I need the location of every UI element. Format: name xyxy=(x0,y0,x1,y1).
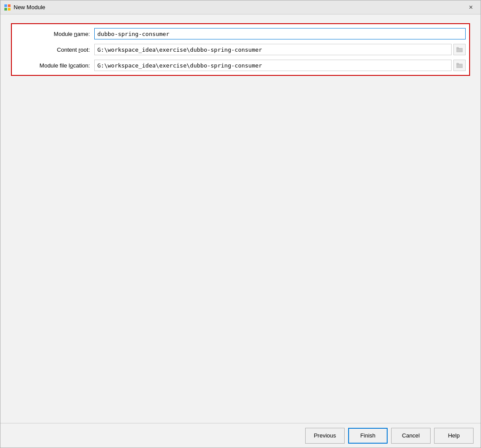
button-bar: Previous Finish Cancel Help xyxy=(0,423,481,448)
module-file-location-label: Module file location: xyxy=(15,62,94,69)
module-name-row: Module name: xyxy=(15,28,466,40)
svg-rect-0 xyxy=(4,4,7,7)
module-file-location-browse-button[interactable] xyxy=(453,60,466,71)
window-title: New Module xyxy=(14,4,465,11)
highlighted-form-section: Module name: Content root: xyxy=(11,23,470,76)
svg-rect-3 xyxy=(8,8,11,11)
dialog-content: Module name: Content root: xyxy=(0,14,481,423)
svg-rect-6 xyxy=(456,64,463,68)
content-spacer xyxy=(11,80,470,414)
svg-rect-4 xyxy=(456,48,463,52)
module-name-label: Module name: xyxy=(15,31,94,37)
content-root-browse-button[interactable] xyxy=(453,44,466,55)
new-module-dialog: New Module × Module name: Content root: xyxy=(0,0,481,448)
module-file-location-input-wrapper xyxy=(94,60,466,71)
svg-rect-5 xyxy=(456,47,459,49)
cancel-button[interactable]: Cancel xyxy=(391,428,431,444)
svg-rect-1 xyxy=(8,4,11,7)
previous-button[interactable]: Previous xyxy=(305,428,345,444)
module-name-input-wrapper xyxy=(94,28,466,39)
title-bar: New Module × xyxy=(0,0,481,14)
help-button[interactable]: Help xyxy=(434,428,474,444)
content-root-label: Content root: xyxy=(15,46,94,53)
svg-rect-2 xyxy=(4,8,7,11)
content-root-row: Content root: xyxy=(15,43,466,56)
module-file-location-row: Module file location: xyxy=(15,59,466,71)
finish-button[interactable]: Finish xyxy=(348,428,388,444)
module-file-location-input[interactable] xyxy=(94,60,452,71)
svg-rect-7 xyxy=(456,63,459,64)
content-root-input-wrapper xyxy=(94,44,466,55)
content-root-input[interactable] xyxy=(94,44,452,55)
close-button[interactable]: × xyxy=(465,1,477,14)
window-icon xyxy=(4,4,11,11)
module-name-input[interactable] xyxy=(94,28,466,39)
